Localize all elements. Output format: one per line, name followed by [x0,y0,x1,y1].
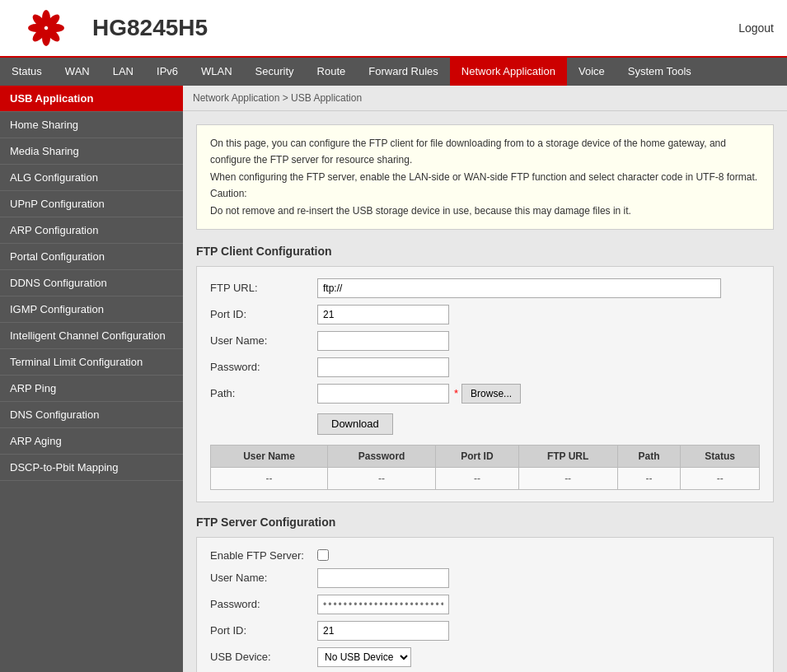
info-box: On this page, you can configure the FTP … [196,124,774,230]
cell-ftp-url: -- [518,467,617,489]
server-password-input[interactable] [317,595,449,614]
nav-bar: Status WAN LAN IPv6 WLAN Security Route … [0,58,787,86]
nav-item-route[interactable]: Route [306,58,358,86]
ftp-url-label: FTP URL: [210,282,317,294]
server-port-id-row: Port ID: [210,621,760,641]
col-user-name: User Name [211,445,328,467]
password-row: Password: [210,357,760,377]
nav-item-wlan[interactable]: WLAN [190,58,244,86]
sidebar-item-ddns-configuration[interactable]: DDNS Configuration [0,270,183,296]
info-line-4: Caution: [210,185,760,202]
page-body: On this page, you can configure the FTP … [183,111,787,672]
path-input[interactable] [317,384,449,404]
col-path: Path [617,445,681,467]
col-ftp-url: FTP URL [518,445,617,467]
server-port-id-label: Port ID: [210,624,317,637]
content-area: Network Application > USB Application On… [183,86,787,672]
sidebar-item-arp-configuration[interactable]: ARP Configuration [0,217,183,244]
sidebar-item-intelligent-channel[interactable]: Intelligent Channel Configuration [0,323,183,349]
enable-ftp-row: Enable FTP Server: [210,549,760,562]
sidebar-item-dns-configuration[interactable]: DNS Configuration [0,402,183,428]
download-row: Download [210,410,760,435]
user-name-label: User Name: [210,334,317,347]
port-id-input[interactable] [317,305,449,324]
server-user-name-input[interactable] [317,568,449,588]
sidebar-item-alg-configuration[interactable]: ALG Configuration [0,165,183,191]
header: HG8245H5 Logout [0,0,787,58]
nav-item-forward-rules[interactable]: Forward Rules [357,58,450,86]
ftp-server-form: Enable FTP Server: User Name: Password: … [196,537,774,672]
sidebar-item-terminal-limit[interactable]: Terminal Limit Configuration [0,349,183,376]
usb-device-select[interactable]: No USB Device [317,647,411,667]
password-input[interactable] [317,357,449,377]
nav-item-status[interactable]: Status [0,58,54,86]
nav-item-voice[interactable]: Voice [567,58,616,86]
sidebar-item-home-sharing[interactable]: Home Sharing [0,112,183,138]
info-line-2: configure the FTP server for resource sh… [210,152,760,168]
server-user-name-label: User Name: [210,572,317,584]
path-input-group: * Browse... [317,384,521,404]
server-password-label: Password: [210,598,317,610]
sidebar-item-arp-aging[interactable]: ARP Aging [0,428,183,455]
ftp-client-table: User Name Password Port ID FTP URL Path … [210,445,760,490]
nav-item-network-application[interactable]: Network Application [450,58,567,86]
sidebar-item-dscp-pbit[interactable]: DSCP-to-Pbit Mapping [0,455,183,481]
ftp-client-title: FTP Client Configuration [196,245,774,258]
sidebar-item-usb-application[interactable]: USB Application [0,86,183,112]
nav-item-system-tools[interactable]: System Tools [616,58,703,86]
cell-password: -- [327,467,435,489]
port-id-label: Port ID: [210,308,317,320]
logout-button[interactable]: Logout [738,21,774,35]
nav-item-ipv6[interactable]: IPv6 [145,58,190,86]
port-id-row: Port ID: [210,305,760,324]
sidebar-item-media-sharing[interactable]: Media Sharing [0,138,183,165]
user-name-input[interactable] [317,331,449,351]
ftp-client-form: FTP URL: Port ID: User Name: Password: P [196,266,774,502]
path-row: Path: * Browse... [210,384,760,404]
cell-path: -- [617,467,681,489]
nav-item-security[interactable]: Security [244,58,306,86]
ftp-server-title: FTP Server Configuration [196,516,774,529]
huawei-logo [13,7,79,49]
server-user-name-row: User Name: [210,568,760,588]
path-label: Path: [210,387,317,399]
sidebar-item-igmp-configuration[interactable]: IGMP Configuration [0,296,183,323]
info-line-3: When configuring the FTP server, enable … [210,169,760,185]
main-layout: USB Application Home Sharing Media Shari… [0,86,787,672]
cell-user-name: -- [211,467,328,489]
cell-port-id: -- [436,467,518,489]
logo-area: HG8245H5 [13,7,208,49]
cell-status: -- [681,467,760,489]
enable-ftp-label: Enable FTP Server: [210,549,317,562]
table-row: -- -- -- -- -- -- [211,467,760,489]
col-port-id: Port ID [436,445,518,467]
info-line-5: Do not remove and re-insert the USB stor… [210,203,760,219]
usb-device-row: USB Device: No USB Device [210,647,760,667]
ftp-url-input[interactable] [317,278,721,298]
password-label: Password: [210,361,317,373]
sidebar: USB Application Home Sharing Media Shari… [0,86,183,672]
ftp-client-table-wrapper: User Name Password Port ID FTP URL Path … [210,445,760,490]
col-password: Password [327,445,435,467]
nav-item-wan[interactable]: WAN [54,58,101,86]
sidebar-item-portal-configuration[interactable]: Portal Configuration [0,244,183,270]
breadcrumb: Network Application > USB Application [183,86,787,111]
download-button[interactable]: Download [317,413,393,435]
server-password-row: Password: [210,595,760,614]
sidebar-item-upnp-configuration[interactable]: UPnP Configuration [0,191,183,217]
server-port-id-input[interactable] [317,621,449,641]
ftp-url-row: FTP URL: [210,278,760,298]
usb-device-label: USB Device: [210,651,317,663]
info-line-1: On this page, you can configure the FTP … [210,135,760,152]
device-title: HG8245H5 [92,15,208,41]
enable-ftp-checkbox[interactable] [317,549,329,561]
required-star: * [454,387,458,399]
nav-item-lan[interactable]: LAN [101,58,145,86]
browse-button[interactable]: Browse... [461,384,521,404]
sidebar-item-arp-ping[interactable]: ARP Ping [0,376,183,402]
user-name-row: User Name: [210,331,760,351]
logout-area: Logout [738,21,774,35]
col-status: Status [681,445,760,467]
